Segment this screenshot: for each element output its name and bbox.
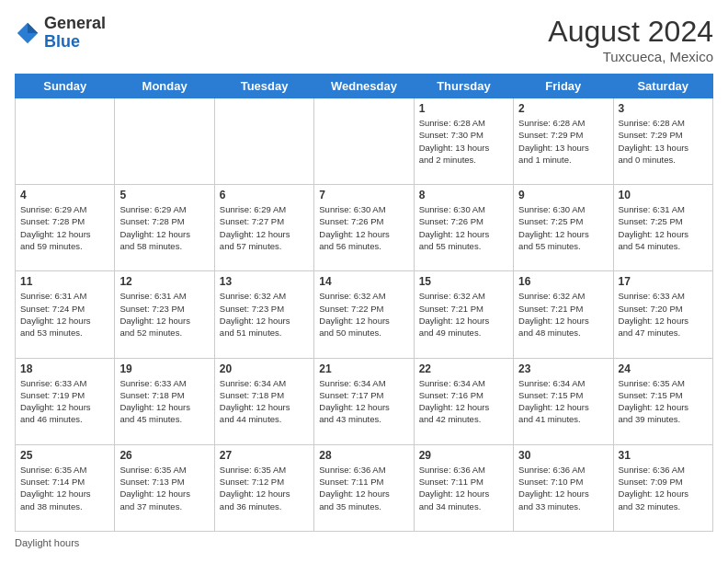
- day-info: Sunrise: 6:36 AMSunset: 7:11 PMDaylight:…: [319, 464, 408, 512]
- day-number: 6: [220, 189, 309, 201]
- day-info: Sunrise: 6:34 AMSunset: 7:17 PMDaylight:…: [319, 377, 408, 426]
- day-header-wednesday: Wednesday: [314, 75, 414, 98]
- location: Tuxcueca, Mexico: [548, 49, 713, 64]
- day-number: 17: [619, 275, 708, 288]
- svg-marker-1: [28, 23, 38, 33]
- logo-text: General Blue: [44, 15, 106, 52]
- day-number: 13: [220, 275, 309, 288]
- calendar-cell: 25Sunrise: 6:35 AMSunset: 7:14 PMDayligh…: [16, 444, 115, 531]
- calendar-week-4: 18Sunrise: 6:33 AMSunset: 7:19 PMDayligh…: [16, 358, 713, 444]
- day-info: Sunrise: 6:35 AMSunset: 7:12 PMDaylight:…: [220, 464, 309, 512]
- day-info: Sunrise: 6:29 AMSunset: 7:27 PMDaylight:…: [220, 203, 309, 252]
- calendar-cell: 18Sunrise: 6:33 AMSunset: 7:19 PMDayligh…: [16, 358, 115, 444]
- calendar-cell: 23Sunrise: 6:34 AMSunset: 7:15 PMDayligh…: [514, 358, 613, 444]
- day-info: Sunrise: 6:30 AMSunset: 7:26 PMDaylight:…: [419, 203, 508, 252]
- day-info: Sunrise: 6:35 AMSunset: 7:14 PMDaylight:…: [20, 464, 109, 512]
- day-number: 10: [619, 189, 708, 201]
- day-info: Sunrise: 6:36 AMSunset: 7:09 PMDaylight:…: [619, 464, 708, 512]
- calendar-cell: 2Sunrise: 6:28 AMSunset: 7:29 PMDaylight…: [514, 98, 613, 185]
- day-number: 5: [119, 189, 209, 201]
- day-number: 23: [518, 362, 608, 375]
- calendar-cell: 27Sunrise: 6:35 AMSunset: 7:12 PMDayligh…: [214, 444, 313, 531]
- calendar-cell: 24Sunrise: 6:35 AMSunset: 7:15 PMDayligh…: [613, 358, 712, 444]
- calendar-cell: 13Sunrise: 6:32 AMSunset: 7:23 PMDayligh…: [214, 271, 313, 358]
- day-info: Sunrise: 6:34 AMSunset: 7:15 PMDaylight:…: [518, 377, 608, 426]
- title-block: August 2024 Tuxcueca, Mexico: [548, 15, 713, 64]
- calendar-cell: 21Sunrise: 6:34 AMSunset: 7:17 PMDayligh…: [314, 358, 414, 444]
- calendar-cell: 17Sunrise: 6:33 AMSunset: 7:20 PMDayligh…: [613, 271, 712, 358]
- day-number: 27: [220, 449, 309, 462]
- calendar-cell: 29Sunrise: 6:36 AMSunset: 7:11 PMDayligh…: [414, 444, 513, 531]
- header: General Blue August 2024 Tuxcueca, Mexic…: [15, 15, 713, 64]
- calendar-cell: [214, 98, 313, 185]
- day-header-tuesday: Tuesday: [214, 75, 313, 98]
- day-header-friday: Friday: [514, 75, 613, 98]
- day-number: 20: [220, 362, 309, 375]
- day-info: Sunrise: 6:33 AMSunset: 7:19 PMDaylight:…: [20, 377, 109, 426]
- logo-general: General: [44, 14, 106, 32]
- day-number: 21: [319, 362, 408, 375]
- day-number: 15: [419, 275, 508, 288]
- day-info: Sunrise: 6:31 AMSunset: 7:24 PMDaylight:…: [20, 290, 109, 339]
- calendar-cell: [314, 98, 414, 185]
- logo-blue: Blue: [44, 32, 80, 51]
- day-number: 19: [119, 362, 209, 375]
- calendar-week-5: 25Sunrise: 6:35 AMSunset: 7:14 PMDayligh…: [16, 444, 713, 531]
- day-info: Sunrise: 6:36 AMSunset: 7:10 PMDaylight:…: [518, 464, 608, 512]
- day-info: Sunrise: 6:35 AMSunset: 7:15 PMDaylight:…: [619, 377, 708, 426]
- day-number: 4: [20, 189, 109, 201]
- calendar-cell: 6Sunrise: 6:29 AMSunset: 7:27 PMDaylight…: [214, 185, 313, 271]
- day-info: Sunrise: 6:33 AMSunset: 7:20 PMDaylight:…: [619, 290, 708, 339]
- day-number: 7: [319, 189, 408, 201]
- day-header-sunday: Sunday: [16, 75, 115, 98]
- calendar-cell: 11Sunrise: 6:31 AMSunset: 7:24 PMDayligh…: [16, 271, 115, 358]
- day-number: 12: [119, 275, 209, 288]
- calendar-cell: 5Sunrise: 6:29 AMSunset: 7:28 PMDaylight…: [115, 185, 214, 271]
- calendar-cell: 7Sunrise: 6:30 AMSunset: 7:26 PMDaylight…: [314, 185, 414, 271]
- calendar-cell: 22Sunrise: 6:34 AMSunset: 7:16 PMDayligh…: [414, 358, 513, 444]
- day-number: 16: [518, 275, 608, 288]
- calendar-cell: 3Sunrise: 6:28 AMSunset: 7:29 PMDaylight…: [613, 98, 712, 185]
- footer: Daylight hours: [15, 537, 713, 548]
- calendar-cell: 26Sunrise: 6:35 AMSunset: 7:13 PMDayligh…: [115, 444, 214, 531]
- day-number: 2: [518, 102, 608, 115]
- calendar-week-3: 11Sunrise: 6:31 AMSunset: 7:24 PMDayligh…: [16, 271, 713, 358]
- calendar-cell: 20Sunrise: 6:34 AMSunset: 7:18 PMDayligh…: [214, 358, 313, 444]
- day-info: Sunrise: 6:28 AMSunset: 7:29 PMDaylight:…: [619, 117, 708, 166]
- day-number: 31: [619, 449, 708, 462]
- day-number: 25: [20, 449, 109, 462]
- day-info: Sunrise: 6:36 AMSunset: 7:11 PMDaylight:…: [419, 464, 508, 512]
- day-info: Sunrise: 6:29 AMSunset: 7:28 PMDaylight:…: [20, 203, 109, 252]
- day-number: 8: [419, 189, 508, 201]
- day-info: Sunrise: 6:28 AMSunset: 7:29 PMDaylight:…: [518, 117, 608, 166]
- calendar-cell: [115, 98, 214, 185]
- day-info: Sunrise: 6:35 AMSunset: 7:13 PMDaylight:…: [119, 464, 209, 512]
- day-info: Sunrise: 6:31 AMSunset: 7:25 PMDaylight:…: [619, 203, 708, 252]
- day-info: Sunrise: 6:29 AMSunset: 7:28 PMDaylight:…: [119, 203, 209, 252]
- day-info: Sunrise: 6:32 AMSunset: 7:23 PMDaylight:…: [220, 290, 309, 339]
- calendar-cell: 12Sunrise: 6:31 AMSunset: 7:23 PMDayligh…: [115, 271, 214, 358]
- calendar-cell: 28Sunrise: 6:36 AMSunset: 7:11 PMDayligh…: [314, 444, 414, 531]
- day-info: Sunrise: 6:30 AMSunset: 7:25 PMDaylight:…: [518, 203, 608, 252]
- calendar-cell: 30Sunrise: 6:36 AMSunset: 7:10 PMDayligh…: [514, 444, 613, 531]
- day-info: Sunrise: 6:32 AMSunset: 7:22 PMDaylight:…: [319, 290, 408, 339]
- calendar-cell: 15Sunrise: 6:32 AMSunset: 7:21 PMDayligh…: [414, 271, 513, 358]
- calendar-cell: 19Sunrise: 6:33 AMSunset: 7:18 PMDayligh…: [115, 358, 214, 444]
- month-title: August 2024: [548, 15, 713, 49]
- day-number: 18: [20, 362, 109, 375]
- logo: General Blue: [15, 15, 106, 52]
- day-info: Sunrise: 6:34 AMSunset: 7:18 PMDaylight:…: [220, 377, 309, 426]
- calendar-cell: 14Sunrise: 6:32 AMSunset: 7:22 PMDayligh…: [314, 271, 414, 358]
- calendar-cell: 16Sunrise: 6:32 AMSunset: 7:21 PMDayligh…: [514, 271, 613, 358]
- day-number: 9: [518, 189, 608, 201]
- day-info: Sunrise: 6:33 AMSunset: 7:18 PMDaylight:…: [119, 377, 209, 426]
- daylight-hours-label: Daylight hours: [15, 537, 79, 548]
- day-number: 24: [619, 362, 708, 375]
- calendar-cell: [16, 98, 115, 185]
- day-number: 11: [20, 275, 109, 288]
- day-header-monday: Monday: [115, 75, 214, 98]
- day-info: Sunrise: 6:28 AMSunset: 7:30 PMDaylight:…: [419, 117, 508, 166]
- day-number: 28: [319, 449, 408, 462]
- calendar-cell: 9Sunrise: 6:30 AMSunset: 7:25 PMDaylight…: [514, 185, 613, 271]
- day-number: 26: [119, 449, 209, 462]
